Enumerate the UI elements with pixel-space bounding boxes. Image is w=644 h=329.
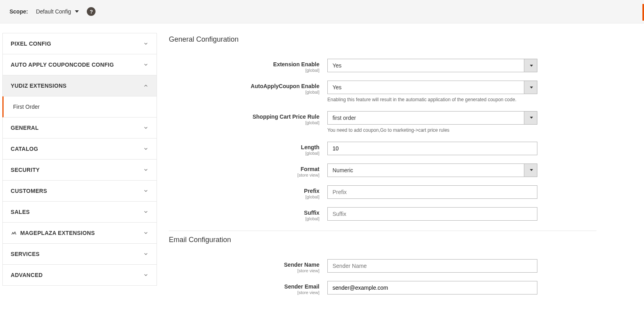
field-label: Shopping Cart Price Rule <box>252 114 319 120</box>
section-heading-general: General Configuration <box>169 35 596 44</box>
accent-bar <box>642 4 644 21</box>
chevron-down-icon <box>143 41 149 46</box>
help-icon[interactable]: ? <box>87 7 96 16</box>
field-label: Length <box>301 144 319 150</box>
sidebar-item-catalog[interactable]: CATALOG <box>2 139 157 160</box>
sidebar-item-mageplaza-extensions[interactable]: MAGEPLAZA EXTENSIONS <box>2 223 157 244</box>
row-prefix: Prefix [global] <box>169 185 596 199</box>
config-sidebar: PIXEL CONFIG AUTO APPLY COUPONCODE CONFI… <box>2 33 157 303</box>
sidebar-item-label: AUTO APPLY COUPONCODE CONFIG <box>11 62 114 68</box>
sidebar-item-label: YUDIZ EXTENSIONS <box>11 83 67 89</box>
field-label: Suffix <box>304 210 319 216</box>
suffix-input[interactable] <box>327 207 537 221</box>
chevron-up-icon <box>143 83 149 89</box>
row-autoapply-enable: AutoApplyCoupon Enable [global] Yes Enab… <box>169 81 596 103</box>
field-label: Extension Enable <box>273 61 319 67</box>
field-label: Format <box>301 166 319 172</box>
chevron-down-icon <box>143 272 149 278</box>
row-length: Length [global] <box>169 142 596 156</box>
sidebar-item-label: CUSTOMERS <box>11 188 47 194</box>
sidebar-item-services[interactable]: SERVICES <box>2 244 157 265</box>
field-scope: [global] <box>169 216 319 221</box>
field-scope: [store view] <box>169 173 319 177</box>
select-value: Yes <box>327 81 524 94</box>
field-label: Sender Email <box>284 283 319 290</box>
select-caret-icon <box>524 81 537 94</box>
chevron-down-icon <box>143 209 149 215</box>
chevron-down-icon <box>143 188 149 194</box>
chevron-down-icon <box>143 146 149 152</box>
row-price-rule: Shopping Cart Price Rule [global] first … <box>169 111 596 134</box>
field-scope: [store view] <box>169 290 319 295</box>
row-format: Format [store view] Numeric <box>169 164 596 177</box>
field-scope: [global] <box>169 120 319 125</box>
sidebar-item-label: PIXEL CONFIG <box>11 40 51 47</box>
sidebar-item-pixel-config[interactable]: PIXEL CONFIG <box>2 33 157 54</box>
select-caret-icon <box>524 164 537 177</box>
field-label: AutoApplyCoupon Enable <box>251 83 319 89</box>
sidebar-item-label: CATALOG <box>11 146 38 152</box>
mageplaza-icon <box>11 230 17 236</box>
sidebar-item-first-order[interactable]: First Order <box>2 96 157 117</box>
sidebar-item-customers[interactable]: CUSTOMERS <box>2 181 157 202</box>
row-sender-email: Sender Email [store view] <box>169 281 596 295</box>
scope-selector[interactable]: Default Config <box>36 8 79 15</box>
field-note: Enabling this feature will result in the… <box>327 96 537 103</box>
config-content: General Configuration Extension Enable [… <box>169 33 644 303</box>
section-heading-email: Email Configuration <box>169 236 596 244</box>
field-note: You need to add coupon,Go to marketing->… <box>327 127 537 134</box>
field-scope: [global] <box>169 194 319 199</box>
sidebar-item-sales[interactable]: SALES <box>2 202 157 223</box>
field-scope: [store view] <box>169 268 319 273</box>
row-extension-enable: Extension Enable [global] Yes <box>169 59 596 73</box>
sidebar-item-label: ADVANCED <box>11 272 43 278</box>
prefix-input[interactable] <box>327 185 537 199</box>
section-divider <box>169 231 596 231</box>
scope-bar: Scope: Default Config ? <box>0 0 644 23</box>
select-caret-icon <box>524 111 537 125</box>
sidebar-item-advanced[interactable]: ADVANCED <box>2 265 157 286</box>
select-value: first order <box>327 111 524 125</box>
field-label: Sender Name <box>284 262 319 268</box>
field-scope: [global] <box>169 151 319 156</box>
sidebar-item-label: SERVICES <box>11 251 40 257</box>
chevron-down-icon <box>143 125 149 131</box>
sidebar-item-yudiz-extensions[interactable]: YUDIZ EXTENSIONS <box>2 75 157 96</box>
sender-email-input[interactable] <box>327 281 537 294</box>
caret-down-icon <box>75 10 79 13</box>
chevron-down-icon <box>143 167 149 173</box>
field-scope: [global] <box>169 68 319 73</box>
sidebar-item-security[interactable]: SECURITY <box>2 160 157 181</box>
sidebar-item-label: MAGEPLAZA EXTENSIONS <box>20 230 95 236</box>
sender-name-input[interactable] <box>327 259 537 273</box>
row-suffix: Suffix [global] <box>169 207 596 221</box>
sidebar-item-general[interactable]: GENERAL <box>2 117 157 139</box>
field-label: Prefix <box>304 188 319 194</box>
autoapply-enable-select[interactable]: Yes <box>327 81 537 94</box>
select-value: Numeric <box>327 164 524 177</box>
sidebar-item-label: SALES <box>11 209 30 215</box>
price-rule-select[interactable]: first order <box>327 111 537 125</box>
scope-value: Default Config <box>36 8 71 15</box>
select-caret-icon <box>524 59 537 72</box>
select-value: Yes <box>327 59 524 72</box>
sidebar-item-label: GENERAL <box>11 125 39 131</box>
sidebar-item-label: First Order <box>13 104 40 110</box>
length-input[interactable] <box>327 142 537 155</box>
field-scope: [global] <box>169 90 319 94</box>
chevron-down-icon <box>143 230 149 236</box>
chevron-down-icon <box>143 62 149 67</box>
chevron-down-icon <box>143 251 149 257</box>
scope-label: Scope: <box>10 8 28 15</box>
sidebar-item-label: SECURITY <box>11 167 40 173</box>
format-select[interactable]: Numeric <box>327 164 537 177</box>
sidebar-item-auto-apply-coupon[interactable]: AUTO APPLY COUPONCODE CONFIG <box>2 54 157 75</box>
row-sender-name: Sender Name [store view] <box>169 259 596 273</box>
extension-enable-select[interactable]: Yes <box>327 59 537 72</box>
